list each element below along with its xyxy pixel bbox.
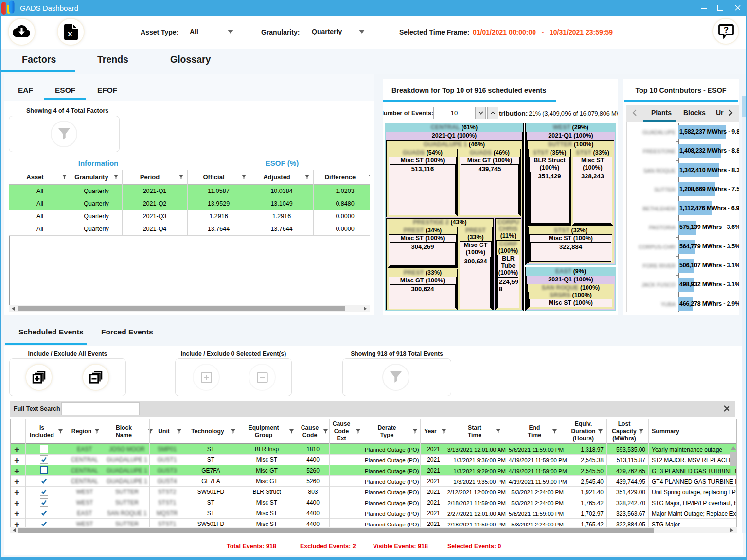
svg-text:x: x — [68, 29, 72, 38]
svg-text:?: ? — [723, 25, 728, 35]
